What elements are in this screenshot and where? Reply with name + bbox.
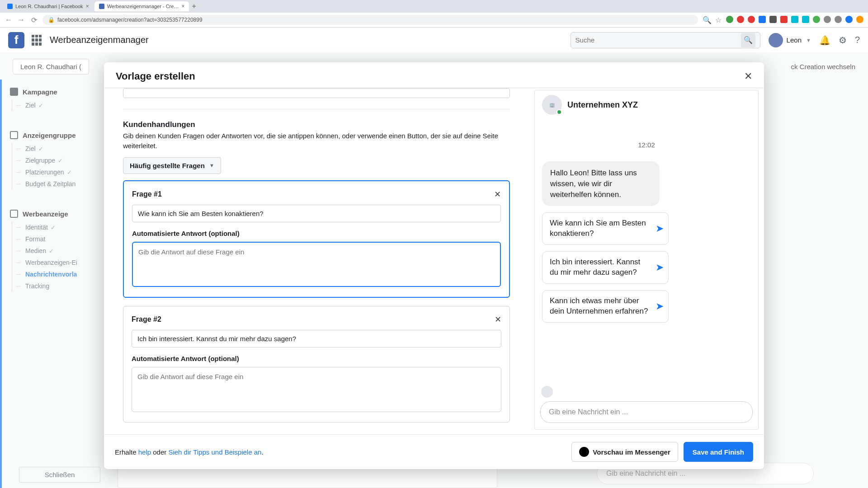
- sidebar-item-format[interactable]: Format: [12, 233, 106, 245]
- check-icon: ✓: [38, 145, 43, 152]
- reload-button[interactable]: ⟳: [30, 16, 38, 24]
- url-text: facebook.com/adsmanager/creation?act=303…: [57, 17, 203, 23]
- facebook-favicon: [7, 4, 13, 9]
- online-indicator: [557, 109, 562, 115]
- template-modal: Vorlage erstellen ✕ Kundenhandlungen Gib…: [104, 62, 764, 469]
- extension-icon[interactable]: [737, 16, 744, 23]
- send-icon: ➤: [656, 261, 664, 274]
- greeting-message: Hallo Leon! Bitte lass uns wissen, wie w…: [542, 161, 660, 206]
- search-input[interactable]: [576, 36, 739, 44]
- user-name: Leon: [787, 36, 802, 44]
- help-link[interactable]: help: [138, 448, 151, 456]
- answer-textarea-1[interactable]: [132, 242, 501, 287]
- search-button[interactable]: 🔍: [741, 33, 755, 47]
- question-card-2: Frage #2 ✕ Automatisierte Antwort (optio…: [123, 306, 510, 422]
- tab-bar: Leon R. Chaudhari | Facebook × Werbeanze…: [0, 0, 868, 13]
- truncated-input[interactable]: [123, 88, 510, 98]
- tips-link[interactable]: Sieh dir Tipps und Beispiele an: [168, 448, 261, 456]
- tab-facebook[interactable]: Leon R. Chaudhari | Facebook ×: [3, 1, 94, 11]
- modal-title: Vorlage erstellen: [116, 70, 195, 82]
- campaign-icon: [10, 88, 18, 96]
- apps-icon[interactable]: [32, 35, 42, 46]
- timestamp: 12:02: [542, 141, 751, 149]
- extension-icon[interactable]: [813, 16, 820, 23]
- settings-icon[interactable]: ⚙: [839, 35, 847, 46]
- close-icon[interactable]: ×: [86, 3, 89, 9]
- check-icon: ✓: [49, 248, 54, 254]
- close-icon[interactable]: ✕: [744, 70, 752, 82]
- dropdown-label: Häufig gestellte Fragen: [130, 162, 205, 169]
- question-input-1[interactable]: [132, 205, 501, 222]
- preview-messenger-button[interactable]: Vorschau im Messenger: [571, 442, 678, 462]
- url-input[interactable]: 🔒 facebook.com/adsmanager/creation?act=3…: [42, 15, 698, 25]
- avatar: [769, 33, 783, 47]
- page-name: Unternehmen XYZ: [567, 100, 638, 110]
- extension-icon[interactable]: [824, 16, 831, 23]
- remove-question-icon[interactable]: ✕: [494, 189, 501, 199]
- extension-icon[interactable]: [780, 16, 788, 23]
- quick-reply-1[interactable]: Wie kann ich Sie am Besten konaktieren?➤: [542, 212, 669, 245]
- question-input-2[interactable]: [132, 330, 501, 347]
- browser-chrome: Leon R. Chaudhari | Facebook × Werbeanze…: [0, 0, 868, 28]
- preview-column: 🏢 Unternehmen XYZ 12:02 Hallo Leon! Bitt…: [529, 88, 764, 434]
- forward-button[interactable]: →: [17, 16, 25, 24]
- message-input[interactable]: Gib eine Nachricht ein ...: [540, 401, 753, 423]
- sidebar-section-campaign[interactable]: Kampagne: [4, 84, 111, 99]
- extension-icon[interactable]: [802, 16, 809, 23]
- answer-textarea-2[interactable]: [132, 367, 501, 412]
- faq-dropdown[interactable]: Häufig gestellte Fragen ▼: [123, 157, 221, 174]
- search-icon: 🔍: [744, 36, 753, 44]
- question-card-1: Frage #1 ✕ Automatisierte Antwort (optio…: [123, 180, 510, 298]
- check-icon: ✓: [58, 157, 63, 164]
- user-menu[interactable]: Leon ▼: [769, 33, 811, 47]
- zoom-icon[interactable]: 🔍: [703, 16, 711, 24]
- sidebar-section-ad[interactable]: Werbeanzeige: [4, 206, 111, 221]
- answer-label: Automatisierte Antwort (optional): [132, 355, 501, 362]
- save-finish-button[interactable]: Save and Finish: [684, 442, 753, 462]
- close-icon[interactable]: ×: [181, 3, 184, 9]
- help-icon[interactable]: ?: [855, 35, 860, 45]
- form-column: Kundenhandlungen Gib deinen Kunden Frage…: [104, 88, 529, 434]
- quick-reply-2[interactable]: Ich bin interessiert. Kannst du mir mehr…: [542, 251, 669, 284]
- extension-icon[interactable]: [726, 16, 733, 23]
- extension-icon[interactable]: [769, 16, 777, 23]
- answer-label: Automatisierte Antwort (optional): [132, 230, 501, 237]
- tab-label: Leon R. Chaudhari | Facebook: [15, 4, 83, 9]
- extension-icon[interactable]: [856, 16, 863, 23]
- sidebar-item-identitaet[interactable]: Identität✓: [12, 221, 106, 233]
- modal-overlay: Vorlage erstellen ✕ Kundenhandlungen Gib…: [0, 52, 868, 488]
- question-title: Frage #2: [132, 315, 161, 324]
- extension-icon[interactable]: [748, 16, 755, 23]
- modal-footer: Erhalte help oder Sieh dir Tipps und Bei…: [104, 434, 764, 469]
- sidebar-item-nachrichtenvorlage[interactable]: Nachrichtenvorla: [12, 268, 106, 280]
- extension-icon[interactable]: [845, 16, 853, 23]
- footer-help-text: Erhalte help oder Sieh dir Tipps und Bei…: [115, 448, 264, 456]
- sidebar-item-ziel2[interactable]: Ziel✓: [12, 143, 106, 155]
- sidebar-section-adset[interactable]: Anzeigengruppe: [4, 127, 111, 143]
- sidebar-item-ziel[interactable]: Ziel✓: [12, 99, 106, 111]
- sidebar-item-zielgruppe[interactable]: Zielgruppe✓: [12, 155, 106, 166]
- close-button[interactable]: Schließen: [19, 467, 100, 483]
- switch-creation-link[interactable]: ck Creation wechseln: [791, 63, 855, 70]
- extension-icon[interactable]: [759, 16, 766, 23]
- check-icon: ✓: [67, 169, 72, 176]
- sidebar-item-platzierungen[interactable]: Platzierungen✓: [12, 166, 106, 178]
- remove-question-icon[interactable]: ✕: [495, 314, 501, 324]
- facebook-logo[interactable]: f: [8, 32, 24, 48]
- quick-reply-3[interactable]: Kann ich etwas mehr über dein Unternehme…: [542, 290, 669, 323]
- back-button[interactable]: ←: [5, 16, 13, 24]
- sidebar-item-medien[interactable]: Medien✓: [12, 245, 106, 257]
- sidebar-item-tracking[interactable]: Tracking: [12, 280, 106, 292]
- extension-icon[interactable]: [791, 16, 798, 23]
- account-chip[interactable]: Leon R. Chaudhari (: [13, 59, 89, 75]
- tab-adsmanager[interactable]: Werbeanzeigenmanager - Cre… ×: [94, 1, 189, 11]
- sidebar-item-setup[interactable]: Werbeanzeigen-Ei: [12, 257, 106, 268]
- star-icon[interactable]: ☆: [714, 16, 722, 24]
- sidebar-item-budget[interactable]: Budget & Zeitplan: [12, 178, 106, 190]
- extension-icon[interactable]: [835, 16, 842, 23]
- notifications-icon[interactable]: 🔔: [819, 35, 830, 46]
- adsmanager-favicon: [99, 4, 104, 9]
- search-box[interactable]: 🔍: [571, 32, 760, 48]
- check-icon: ✓: [51, 224, 56, 231]
- new-tab-button[interactable]: +: [192, 2, 196, 10]
